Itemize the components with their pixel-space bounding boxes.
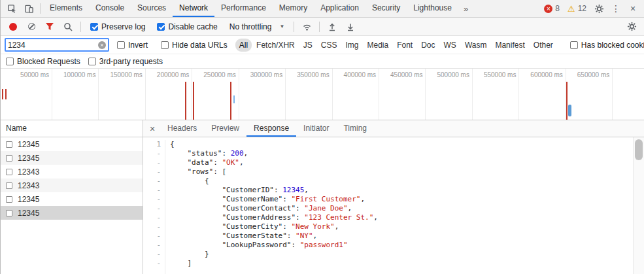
clear-button[interactable] [23,19,40,35]
import-har-button[interactable] [324,19,341,35]
timeline-label: 500000 ms [437,71,469,78]
timeline-label: 100000 ms [63,71,95,78]
filter-type-font[interactable]: Font [393,39,416,52]
tab-lighthouse[interactable]: Lighthouse [407,0,458,17]
request-row[interactable]: 12343 [1,165,143,179]
token-punctuation: [ [222,167,226,176]
filter-type-other[interactable]: Other [530,39,557,52]
filter-type-manifest[interactable]: Manifest [491,39,528,52]
timeline-label: 300000 ms [250,71,282,78]
code-column: {"status": 200,"data": "OK","rows": [{"C… [165,140,633,274]
filter-type-js[interactable]: JS [299,39,316,52]
preserve-log-checkbox[interactable]: Preserve log [90,22,145,31]
tab-elements[interactable]: Elements [43,0,89,17]
tab-security[interactable]: Security [365,0,407,17]
disable-cache-checkbox[interactable]: Disable cache [157,22,217,31]
tab-network[interactable]: Network [173,0,214,17]
code-line: "CustomerCity": "New York", [170,222,633,231]
filter-type-css[interactable]: CSS [317,39,341,52]
token-string: "New York" [291,222,334,231]
error-icon: × [544,5,552,13]
token-punctuation: : [213,158,222,167]
hide-data-urls-checkbox[interactable]: Hide data URLs [161,41,228,50]
request-checkbox[interactable] [6,141,12,148]
filter-type-ws[interactable]: WS [440,39,460,52]
timeline-mark-red-line [185,82,186,120]
token-punctuation: , [244,149,248,158]
code-line: "rows": [ [170,167,633,177]
detail-tab-preview[interactable]: Preview [204,120,246,137]
tab-sources[interactable]: Sources [131,0,173,17]
scrollbar[interactable] [633,137,644,274]
request-checkbox[interactable] [6,210,12,216]
request-checkbox[interactable] [6,196,12,203]
record-button[interactable] [5,19,22,35]
close-detail-button[interactable]: × [144,124,160,134]
export-har-button[interactable] [342,19,359,35]
token-punctuation: { [170,140,175,148]
token-punctuation: : [287,231,296,240]
timeline-gridline [192,69,192,120]
search-button[interactable] [59,19,76,35]
main-tabs: ElementsConsoleSourcesNetworkPerformance… [43,0,458,17]
more-tabs-button[interactable]: » [458,4,473,14]
filter-button[interactable] [41,19,58,35]
throttling-select[interactable]: No throttling ▼ [229,22,285,31]
code-line: "CustomerAddress": "123 Center St.", [170,213,633,222]
warning-badge[interactable]: ⚠ 12 [564,4,590,13]
request-name: 12345 [18,154,39,163]
filter-type-media[interactable]: Media [363,39,392,52]
request-row[interactable]: 12345 [1,151,143,165]
has-blocked-cookies-label: Has blocked cookies [581,41,644,50]
scrollbar-thumb[interactable] [635,139,643,160]
tab-console[interactable]: Console [89,0,131,17]
detail-tab-initiator[interactable]: Initiator [296,120,336,137]
token-key: "CustomerState" [222,231,286,240]
token-key: "CustomerCity" [222,222,282,231]
request-checkbox[interactable] [6,155,12,162]
network-conditions-button[interactable] [298,19,315,35]
request-row[interactable]: 12345 [1,192,143,206]
timeline-gridline [285,69,286,120]
blocked-requests-checkbox[interactable]: Blocked Requests [6,57,80,66]
filter-type-all[interactable]: All [235,39,252,52]
request-checkbox[interactable] [6,169,12,175]
filter-type-img[interactable]: Img [341,39,362,52]
checkbox-icon [6,58,14,65]
tab-memory[interactable]: Memory [273,0,314,17]
timeline-overview[interactable]: 50000 ms100000 ms150000 ms200000 ms25000… [1,69,644,120]
device-toolbar-button[interactable] [20,1,37,16]
token-punctuation: , [360,195,365,203]
detail-tab-response[interactable]: Response [246,120,296,137]
request-row[interactable]: 12343 [1,179,143,192]
third-party-requests-checkbox[interactable]: 3rd-party requests [88,57,163,66]
timeline-label: 400000 ms [344,71,376,78]
request-row[interactable]: 12345 [1,137,143,151]
timeline-gridline [145,69,146,120]
inspect-element-button[interactable] [3,1,20,16]
filter-input[interactable] [8,41,98,50]
error-badge[interactable]: × 8 [540,4,564,13]
filter-type-wasm[interactable]: Wasm [461,39,491,52]
detail-tab-headers[interactable]: Headers [160,120,204,137]
settings-button[interactable] [590,1,607,16]
request-row[interactable]: 12345 [1,206,143,220]
name-column-header[interactable]: Name [1,120,143,137]
filter-type-fetch-xhr[interactable]: Fetch/XHR [252,39,299,52]
network-settings-button[interactable] [623,19,640,35]
timeline-gridline [518,69,519,120]
clear-input-icon[interactable]: × [98,41,106,49]
detail-tab-timing[interactable]: Timing [336,120,374,137]
tab-performance[interactable]: Performance [214,0,273,17]
request-checkbox[interactable] [6,182,12,189]
filter-type-doc[interactable]: Doc [417,39,439,52]
invert-checkbox[interactable]: Invert [117,41,148,50]
code-line: { [170,140,633,149]
tab-application[interactable]: Application [314,0,365,17]
token-key: "CustomerContact" [222,204,296,213]
upload-arrow-icon [328,22,337,31]
has-blocked-cookies-checkbox[interactable]: Has blocked cookies [570,41,644,50]
menu-button[interactable]: ⋮ [607,1,624,16]
toolbar-divider [319,22,320,32]
close-devtools-button[interactable]: × [624,1,641,16]
